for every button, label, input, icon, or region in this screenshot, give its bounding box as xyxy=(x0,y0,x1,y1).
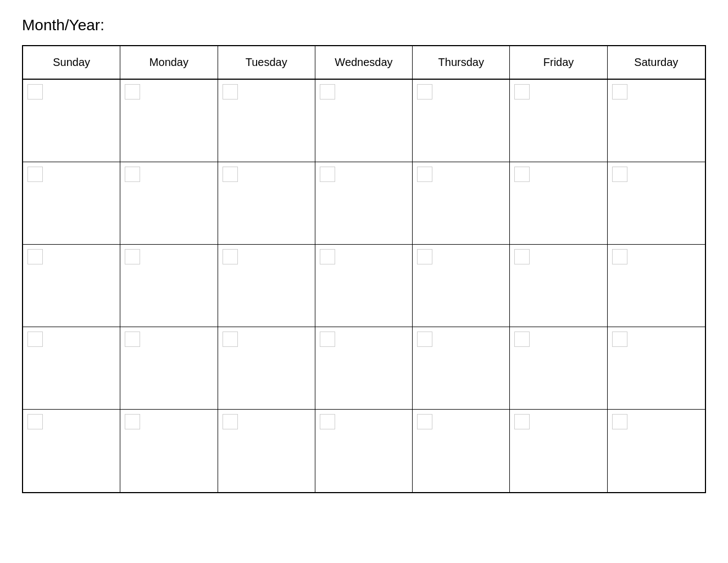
date-box xyxy=(612,167,627,182)
calendar-cell[interactable] xyxy=(510,410,607,492)
day-header-wednesday: Wednesday xyxy=(315,46,413,79)
day-header-sunday: Sunday xyxy=(23,46,120,79)
calendar-cell[interactable] xyxy=(23,245,120,327)
calendar-cell[interactable] xyxy=(413,162,510,244)
date-box xyxy=(125,414,140,429)
day-header-saturday: Saturday xyxy=(608,46,705,79)
date-box xyxy=(612,414,627,429)
date-box xyxy=(125,249,140,264)
calendar-header: Sunday Monday Tuesday Wednesday Thursday… xyxy=(23,46,705,80)
calendar-cell[interactable] xyxy=(315,162,413,244)
calendar-cell[interactable] xyxy=(315,410,413,492)
calendar-cell[interactable] xyxy=(413,245,510,327)
date-box xyxy=(514,84,530,100)
date-box xyxy=(612,332,627,347)
calendar-cell[interactable] xyxy=(510,80,607,162)
date-box xyxy=(320,249,335,264)
calendar-cell[interactable] xyxy=(23,162,120,244)
page-title: Month/Year: xyxy=(22,16,706,34)
date-box xyxy=(223,167,238,182)
calendar-row xyxy=(23,410,705,492)
calendar-cell[interactable] xyxy=(413,410,510,492)
calendar-cell[interactable] xyxy=(608,80,705,162)
calendar-cell[interactable] xyxy=(510,327,607,409)
date-box xyxy=(125,167,140,182)
calendar-row xyxy=(23,327,705,410)
calendar-cell[interactable] xyxy=(315,245,413,327)
calendar-cell[interactable] xyxy=(23,410,120,492)
date-box xyxy=(27,167,43,182)
date-box xyxy=(223,332,238,347)
date-box xyxy=(27,249,43,264)
calendar-cell[interactable] xyxy=(218,410,315,492)
date-box xyxy=(125,332,140,347)
date-box xyxy=(27,84,43,100)
date-box xyxy=(417,84,432,100)
date-box xyxy=(514,167,530,182)
calendar-cell[interactable] xyxy=(608,410,705,492)
calendar-body xyxy=(23,80,705,492)
day-header-monday: Monday xyxy=(120,46,218,79)
calendar-cell[interactable] xyxy=(218,327,315,409)
date-box xyxy=(514,332,530,347)
date-box xyxy=(320,167,335,182)
date-box xyxy=(223,249,238,264)
date-box xyxy=(514,414,530,429)
day-header-friday: Friday xyxy=(510,46,607,79)
calendar: Sunday Monday Tuesday Wednesday Thursday… xyxy=(22,45,706,493)
date-box xyxy=(320,414,335,429)
calendar-cell[interactable] xyxy=(120,162,218,244)
day-header-thursday: Thursday xyxy=(413,46,510,79)
calendar-cell[interactable] xyxy=(510,245,607,327)
calendar-cell[interactable] xyxy=(218,245,315,327)
calendar-cell[interactable] xyxy=(608,245,705,327)
date-box xyxy=(417,249,432,264)
date-box xyxy=(612,249,627,264)
calendar-cell[interactable] xyxy=(120,327,218,409)
calendar-row xyxy=(23,80,705,162)
calendar-cell[interactable] xyxy=(23,80,120,162)
date-box xyxy=(514,249,530,264)
calendar-cell[interactable] xyxy=(120,410,218,492)
date-box xyxy=(27,332,43,347)
calendar-row xyxy=(23,162,705,245)
calendar-cell[interactable] xyxy=(608,327,705,409)
date-box xyxy=(417,414,432,429)
calendar-cell[interactable] xyxy=(413,80,510,162)
date-box xyxy=(417,167,432,182)
date-box xyxy=(417,332,432,347)
date-box xyxy=(223,84,238,100)
date-box xyxy=(27,414,43,429)
day-header-tuesday: Tuesday xyxy=(218,46,315,79)
date-box xyxy=(223,414,238,429)
calendar-cell[interactable] xyxy=(218,80,315,162)
calendar-cell[interactable] xyxy=(315,80,413,162)
calendar-cell[interactable] xyxy=(23,327,120,409)
date-box xyxy=(125,84,140,100)
calendar-row xyxy=(23,245,705,327)
calendar-cell[interactable] xyxy=(413,327,510,409)
calendar-cell[interactable] xyxy=(608,162,705,244)
date-box xyxy=(320,332,335,347)
calendar-cell[interactable] xyxy=(315,327,413,409)
calendar-cell[interactable] xyxy=(218,162,315,244)
date-box xyxy=(612,84,627,100)
calendar-cell[interactable] xyxy=(120,245,218,327)
calendar-cell[interactable] xyxy=(120,80,218,162)
date-box xyxy=(320,84,335,100)
calendar-cell[interactable] xyxy=(510,162,607,244)
